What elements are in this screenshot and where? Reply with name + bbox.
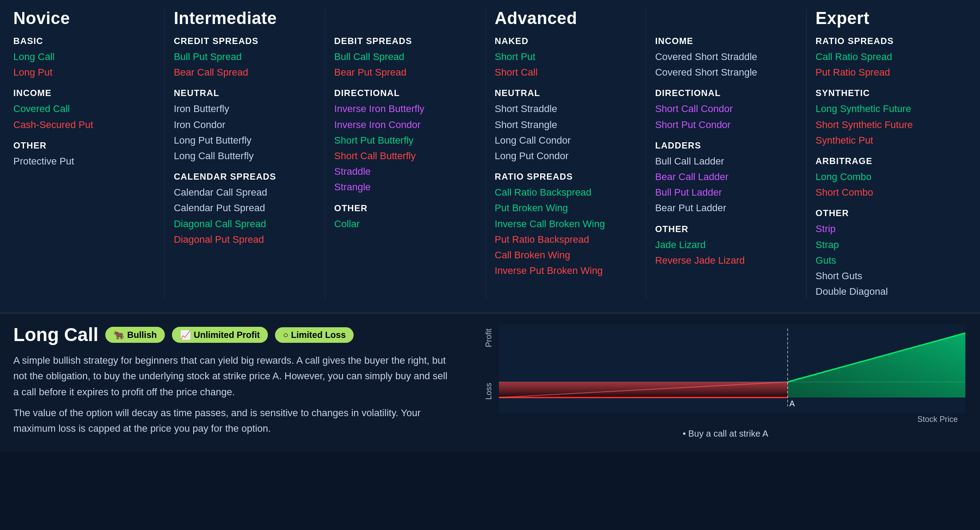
strategy-item-2-1-5[interactable]: Strangle [334,179,476,195]
column-title-3: Advanced [495,9,637,28]
strategy-item-2-1-4[interactable]: Straddle [334,164,476,179]
section-label-3-0: NAKED [495,36,637,46]
section-label-2-1: DIRECTIONAL [334,88,476,98]
strategy-item-3-0-1[interactable]: Short Call [495,64,637,80]
profit-label: Unlimited Profit [194,330,260,340]
strategy-item-4-0-1[interactable]: Covered Short Strangle [655,64,797,80]
strategy-item-5-3-4[interactable]: Double Diagonal [816,284,958,299]
strategy-item-2-1-1[interactable]: Inverse Iron Condor [334,117,476,132]
column-1: IntermediateCREDIT SPREADSBull Put Sprea… [165,9,325,299]
section-label-1-1: NEUTRAL [174,88,316,98]
strategy-item-2-1-2[interactable]: Short Put Butterfly [334,132,476,148]
strategy-item-5-2-0[interactable]: Long Combo [816,169,958,185]
strategy-item-3-1-2[interactable]: Long Call Condor [495,132,637,148]
strategy-item-1-2-0[interactable]: Calendar Call Spread [174,185,316,200]
bullish-label: Bullish [127,330,157,340]
column-3: AdvancedNAKEDShort PutShort CallNEUTRALS… [486,9,646,299]
strategy-item-5-3-2[interactable]: Guts [816,253,958,268]
strategy-item-2-0-0[interactable]: Bull Call Spread [334,49,476,64]
strategy-item-5-0-1[interactable]: Put Ratio Spread [816,64,958,80]
strategy-item-1-0-1[interactable]: Bear Call Spread [174,64,316,80]
strategy-header: Long Call 🐂 Bullish 📈 Unlimited Profit ○… [13,324,466,345]
section-label-4-2: LADDERS [655,141,797,151]
strategy-item-5-3-1[interactable]: Strap [816,237,958,253]
strategy-item-3-1-1[interactable]: Short Strangle [495,117,637,132]
strategy-item-3-0-0[interactable]: Short Put [495,49,637,64]
strategy-item-4-1-0[interactable]: Short Call Condor [655,101,797,116]
strategy-item-4-2-0[interactable]: Bull Call Ladder [655,153,797,169]
strategy-item-2-0-1[interactable]: Bear Put Spread [334,64,476,80]
strategy-item-3-2-4[interactable]: Call Broken Wing [495,247,637,263]
bullet-text: Buy a call at strike A [688,429,768,438]
strategy-item-1-1-2[interactable]: Long Put Butterfly [174,132,316,148]
svg-text:A: A [789,399,795,408]
section-label-1-2: CALENDAR SPREADS [174,172,316,182]
bottom-left: Long Call 🐂 Bullish 📈 Unlimited Profit ○… [13,324,466,442]
strategy-item-1-2-1[interactable]: Calendar Put Spread [174,200,316,216]
strategy-item-3-2-3[interactable]: Put Ratio Backspread [495,232,637,247]
strategy-item-0-0-0[interactable]: Long Call [13,49,155,64]
strategy-item-3-2-0[interactable]: Call Ratio Backspread [495,185,637,200]
bullet-point: • Buy a call at strike A [683,429,769,439]
chart-area-container: Profit Loss [484,324,967,442]
strategy-item-3-2-1[interactable]: Put Broken Wing [495,200,637,216]
section-label-3-1: NEUTRAL [495,88,637,98]
strategy-item-5-0-0[interactable]: Call Ratio Spread [816,49,958,64]
strategy-item-4-2-2[interactable]: Bull Put Ladder [655,185,797,200]
section-label-2-0: DEBIT SPREADS [334,36,476,46]
section-label-3-2: RATIO SPREADS [495,172,637,182]
strategy-item-3-1-0[interactable]: Short Straddle [495,101,637,116]
section-label-5-3: OTHER [816,208,958,218]
strategy-name: Long Call [13,324,98,345]
loss-label: Limited Loss [291,330,346,340]
badge-profit: 📈 Unlimited Profit [172,327,268,343]
chart-svg-area: A [498,324,967,413]
strategy-item-2-1-0[interactable]: Inverse Iron Butterfly [334,101,476,116]
strategy-item-1-1-0[interactable]: Iron Butterfly [174,101,316,116]
strategy-item-4-2-3[interactable]: Bear Put Ladder [655,200,797,216]
strategy-item-4-1-1[interactable]: Short Put Condor [655,117,797,132]
strategy-item-5-3-0[interactable]: Strip [816,221,958,237]
strategy-item-4-0-0[interactable]: Covered Short Straddle [655,49,797,64]
section-label-0-1: INCOME [13,88,155,98]
column-title-0: Novice [13,9,155,28]
strategy-item-5-1-2[interactable]: Synthetic Put [816,132,958,148]
strategy-item-0-2-0[interactable]: Protective Put [13,153,155,169]
section-label-4-3: OTHER [655,224,797,234]
description2: The value of the option will decay as ti… [13,405,449,436]
column-2: IntermediateDEBIT SPREADSBull Call Sprea… [325,9,486,299]
loss-axis-label: Loss [484,383,494,400]
strategies-section: NoviceBASICLong CallLong PutINCOMECovere… [0,0,980,313]
strategy-item-0-0-1[interactable]: Long Put [13,64,155,80]
strategy-item-1-1-3[interactable]: Long Call Butterfly [174,148,316,164]
strategy-item-1-2-2[interactable]: Diagonal Call Spread [174,216,316,232]
column-4: AdvancedINCOMECovered Short StraddleCove… [646,9,807,299]
strategy-item-1-0-0[interactable]: Bull Put Spread [174,49,316,64]
strategy-item-5-2-1[interactable]: Short Combo [816,185,958,200]
section-label-0-2: OTHER [13,141,155,151]
strategy-item-5-1-1[interactable]: Short Synthetic Future [816,117,958,132]
bullet-icon: • [683,429,686,438]
strategy-item-4-2-1[interactable]: Bear Call Ladder [655,169,797,185]
strategy-item-5-3-3[interactable]: Short Guts [816,268,958,284]
section-label-1-0: CREDIT SPREADS [174,36,316,46]
strategy-item-5-1-0[interactable]: Long Synthetic Future [816,101,958,116]
badge-loss: ○ Limited Loss [275,327,354,343]
strategy-item-0-1-1[interactable]: Cash-Secured Put [13,117,155,132]
bottom-section: Long Call 🐂 Bullish 📈 Unlimited Profit ○… [0,313,980,452]
strategy-item-1-1-1[interactable]: Iron Condor [174,117,316,132]
strategy-item-3-2-2[interactable]: Inverse Call Broken Wing [495,216,637,232]
column-title-1: Intermediate [174,9,316,28]
section-label-5-0: RATIO SPREADS [816,36,958,46]
section-label-2-2: OTHER [334,203,476,213]
strategy-item-0-1-0[interactable]: Covered Call [13,101,155,116]
chart-container: Profit Loss [484,324,967,413]
strategy-item-3-1-3[interactable]: Long Put Condor [495,148,637,164]
strategy-item-2-2-0[interactable]: Collar [334,216,476,232]
strategy-item-3-2-5[interactable]: Inverse Put Broken Wing [495,263,637,278]
bullish-icon: 🐂 [113,329,124,340]
strategy-item-4-3-1[interactable]: Reverse Jade Lizard [655,253,797,268]
strategy-item-1-2-3[interactable]: Diagonal Put Spread [174,232,316,247]
strategy-item-4-3-0[interactable]: Jade Lizard [655,237,797,253]
strategy-item-2-1-3[interactable]: Short Call Butterfly [334,148,476,164]
